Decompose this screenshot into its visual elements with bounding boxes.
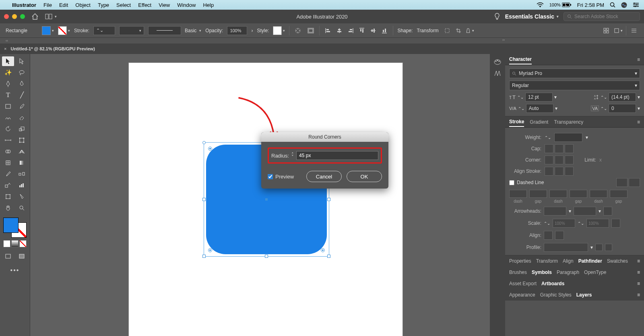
dash-preserve[interactable] bbox=[616, 178, 627, 187]
minimize-window[interactable] bbox=[12, 14, 17, 19]
tracking-field[interactable]: 0 bbox=[609, 104, 636, 113]
menu-select[interactable]: Select bbox=[116, 2, 131, 8]
tab-paragraph[interactable]: Paragraph bbox=[557, 270, 579, 275]
stroke-weight-field[interactable]: ⌃⌄ bbox=[93, 26, 115, 35]
ok-button[interactable]: OK bbox=[347, 171, 382, 182]
dashed-line-checkbox[interactable]: Dashed Line bbox=[509, 180, 544, 185]
fill-color-box[interactable] bbox=[3, 218, 19, 233]
arrow-start[interactable] bbox=[544, 207, 566, 216]
fill-swatch[interactable]: ▾ bbox=[42, 26, 54, 35]
menu-edit[interactable]: Edit bbox=[59, 2, 68, 8]
tab-transparency[interactable]: Transparency bbox=[554, 118, 583, 127]
tab-layers[interactable]: Layers bbox=[576, 292, 592, 298]
resize-handle[interactable] bbox=[202, 255, 206, 258]
stroke-swatch[interactable]: ▾ bbox=[58, 26, 70, 35]
tab-appearance[interactable]: Appearance bbox=[509, 292, 535, 298]
corner-bevel[interactable] bbox=[565, 156, 574, 164]
panel-menu-icon[interactable]: ≡ bbox=[637, 292, 640, 298]
crop-icon[interactable] bbox=[454, 26, 463, 35]
cancel-button[interactable]: Cancel bbox=[306, 171, 342, 182]
panel-menu-icon[interactable]: ≡ bbox=[637, 281, 640, 286]
gap-field[interactable] bbox=[570, 190, 587, 198]
selection-tool[interactable] bbox=[2, 56, 14, 66]
radius-input[interactable] bbox=[296, 151, 378, 160]
workspace-switcher[interactable]: Essentials Classic▾ bbox=[505, 13, 559, 20]
align-right-icon[interactable] bbox=[346, 26, 355, 35]
brush-definition[interactable]: Basic▾ bbox=[148, 26, 201, 35]
column-graph-tool[interactable] bbox=[16, 180, 28, 190]
arrow-end[interactable] bbox=[574, 207, 596, 216]
tab-gradient[interactable]: Gradient bbox=[530, 118, 548, 127]
spotlight-icon[interactable] bbox=[610, 2, 615, 8]
cap-square[interactable] bbox=[565, 144, 574, 153]
font-size-field[interactable]: 12 pt bbox=[525, 93, 553, 102]
swap-arrows[interactable] bbox=[603, 207, 612, 216]
graphic-style[interactable]: ▾ bbox=[273, 26, 285, 35]
tab-asset-export[interactable]: Asset Export bbox=[509, 281, 537, 286]
pen-tool[interactable] bbox=[2, 79, 14, 89]
dialog-title[interactable]: Round Corners bbox=[261, 132, 388, 142]
gradient-tool[interactable] bbox=[16, 158, 28, 168]
rotate-tool[interactable] bbox=[2, 124, 14, 134]
tab-graphic-styles[interactable]: Graphic Styles bbox=[540, 292, 572, 298]
zoom-window[interactable] bbox=[20, 14, 25, 19]
zoom-tool[interactable] bbox=[16, 203, 28, 213]
dash-field[interactable] bbox=[590, 190, 607, 198]
gap-field[interactable] bbox=[529, 190, 547, 198]
isolate-icon[interactable] bbox=[443, 26, 452, 35]
color-mode-none[interactable] bbox=[19, 240, 27, 247]
tab-properties[interactable]: Properties bbox=[509, 258, 531, 264]
slice-tool[interactable] bbox=[16, 192, 28, 201]
screen-mode-normal[interactable] bbox=[2, 251, 14, 261]
stepper-icon[interactable]: ⌃⌄ bbox=[518, 106, 524, 111]
clock[interactable]: Fri 2:58 PM bbox=[577, 2, 604, 8]
arrange-documents[interactable]: ▾ bbox=[45, 14, 57, 19]
font-family-field[interactable]: Myriad Pro ▾ bbox=[509, 68, 640, 78]
resize-handle[interactable] bbox=[202, 198, 206, 201]
type-tool[interactable]: T bbox=[2, 90, 14, 100]
scale-start[interactable]: 100% bbox=[553, 219, 575, 228]
stepper-icon[interactable]: ⌃⌄ bbox=[517, 95, 524, 100]
color-panel-icon[interactable] bbox=[493, 59, 502, 65]
hand-tool[interactable] bbox=[2, 203, 14, 213]
leading-field[interactable]: (14.4 pt) bbox=[609, 93, 636, 102]
canvas[interactable]: Round Corners Radius: ˄˅ Preview Cancel … bbox=[30, 54, 490, 336]
panel-menu-icon[interactable]: ≡ bbox=[637, 258, 640, 264]
eraser-tool[interactable] bbox=[16, 113, 28, 122]
stepper-icon[interactable]: ⌃⌄ bbox=[601, 106, 607, 111]
mesh-tool[interactable] bbox=[2, 158, 14, 168]
menu-effect[interactable]: Effect bbox=[138, 2, 151, 8]
preview-checkbox[interactable]: Preview bbox=[268, 174, 294, 180]
tab-align[interactable]: Align bbox=[563, 258, 574, 264]
magic-wand-tool[interactable]: ✨ bbox=[2, 68, 14, 77]
tab-opentype[interactable]: OpenType bbox=[584, 270, 606, 275]
stroke-weight-field[interactable] bbox=[554, 133, 582, 142]
perspective-grid-tool[interactable] bbox=[16, 147, 28, 156]
paintbrush-tool[interactable] bbox=[16, 102, 28, 111]
resize-handle[interactable] bbox=[327, 198, 330, 201]
dash-align[interactable] bbox=[629, 178, 640, 187]
align-left-icon[interactable] bbox=[324, 26, 332, 35]
eyedropper-tool[interactable] bbox=[2, 169, 14, 179]
live-corner-widget[interactable] bbox=[208, 248, 212, 252]
document-tab[interactable]: × Untitled-1* @ 82.1% (RGB/GPU Preview) bbox=[0, 44, 644, 54]
align-inside[interactable] bbox=[555, 167, 564, 176]
perspective-icon[interactable]: ▾ bbox=[465, 26, 474, 35]
tab-artboards[interactable]: Artboards bbox=[541, 281, 564, 286]
menu-view[interactable]: View bbox=[159, 2, 170, 8]
align-bottom-icon[interactable] bbox=[380, 26, 389, 35]
align-center[interactable] bbox=[545, 167, 553, 176]
panel-menu-icon[interactable]: ≡ bbox=[637, 119, 640, 125]
variable-width-profile[interactable]: ▾ bbox=[119, 26, 144, 35]
resize-handle[interactable] bbox=[265, 255, 268, 258]
menu-window[interactable]: Window bbox=[177, 2, 196, 8]
corner-round[interactable] bbox=[555, 156, 564, 164]
tab-brushes[interactable]: Brushes bbox=[509, 270, 527, 275]
scale-end[interactable]: 100% bbox=[586, 219, 609, 228]
resize-handle[interactable] bbox=[202, 141, 206, 144]
tab-transform[interactable]: Transform bbox=[536, 258, 558, 264]
cap-butt[interactable] bbox=[545, 144, 553, 153]
transform-label[interactable]: Transform bbox=[417, 28, 438, 33]
stock-search[interactable]: Search Adobe Stock bbox=[564, 12, 640, 21]
font-style-field[interactable]: Regular▾ bbox=[509, 81, 640, 90]
